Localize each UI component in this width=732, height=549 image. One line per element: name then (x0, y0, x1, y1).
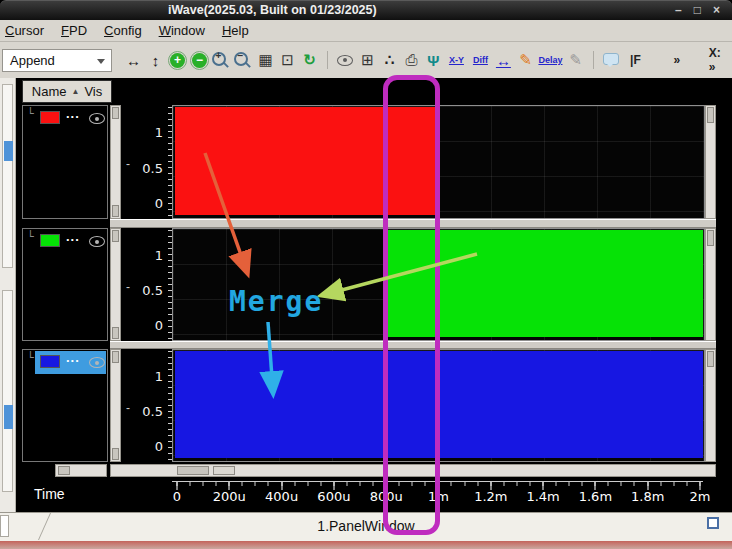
name-vis-header-button[interactable]: Name ▲ Vis (22, 80, 112, 103)
zoom-out-icon[interactable]: − (190, 50, 209, 70)
time-tick-label: 2m (690, 489, 711, 504)
menu-config[interactable]: Config (104, 23, 142, 38)
signal-row[interactable]: └... (22, 105, 108, 219)
fit-vertical-icon[interactable]: ↕ (146, 50, 165, 70)
window-split-icon[interactable]: ⊞ (358, 50, 377, 70)
signal-row[interactable]: └... (22, 349, 108, 462)
background-scrollbar-track[interactable] (2, 84, 13, 268)
stamp-icon[interactable]: ⎙ (402, 50, 421, 70)
plot-v-scrollbar[interactable] (705, 105, 716, 219)
visibility-eye-icon[interactable] (89, 236, 105, 247)
row-v-scrollbar-thumb[interactable] (112, 107, 119, 119)
plot-v-scrollbar[interactable] (705, 349, 716, 462)
row-v-scrollbar-thumb[interactable] (112, 205, 119, 217)
title-bar[interactable]: iWave(2025.03, Built on 01/23/2025) – □ … (0, 0, 732, 20)
name-h-scrollbar[interactable] (55, 464, 107, 477)
y-axis-label: 1 (155, 369, 163, 384)
background-scrollbar-track[interactable] (2, 290, 13, 492)
time-h-scrollbar-thumb[interactable] (213, 466, 235, 475)
row-v-scrollbar-thumb[interactable] (112, 230, 119, 242)
zoom-plus-lens-icon: + (212, 52, 226, 66)
delay-button[interactable]: Delay (538, 50, 563, 70)
x-readout-button[interactable]: X: » (707, 50, 732, 70)
menu-help[interactable]: Help (222, 23, 249, 38)
name-h-scrollbar-thumb[interactable] (58, 466, 70, 475)
y-axis: -10.50 (121, 105, 172, 219)
comment-bubble-icon[interactable] (602, 50, 621, 70)
y-axis-label: 1 (155, 125, 163, 140)
plot-v-scrollbar-thumb[interactable] (707, 230, 714, 246)
signal-row[interactable]: └... (22, 228, 108, 341)
visibility-eye-icon[interactable] (89, 357, 105, 368)
time-tick-label: 1.4m (526, 489, 559, 504)
plot-v-scrollbar[interactable] (705, 228, 716, 341)
minimize-button[interactable]: – (675, 3, 682, 17)
probe-icon[interactable]: Ψ (424, 50, 443, 70)
h-measure-icon[interactable]: ↔ (494, 50, 513, 70)
time-tick-label: 1.2m (474, 489, 507, 504)
overflow-chevrons-button[interactable]: » (665, 50, 688, 70)
menu-window[interactable]: Window (159, 23, 205, 38)
zoom-minus-lens-icon: − (234, 52, 248, 66)
background-scrollbar-thumb[interactable] (4, 141, 13, 161)
zoom-region-icon[interactable]: ⊡ (278, 50, 297, 70)
eye-icon (337, 55, 353, 66)
row-v-scrollbar[interactable] (110, 228, 121, 341)
mode-combobox[interactable]: Append (2, 49, 112, 72)
y-axis: -10.50 (121, 228, 172, 341)
xy-plot-button[interactable]: X-Y (446, 50, 467, 70)
time-h-scrollbar-thumb[interactable] (177, 466, 209, 475)
mode-combobox-value: Append (10, 53, 55, 68)
background-window-edge (0, 78, 16, 512)
vis-column-label: Vis (84, 84, 102, 99)
chevron-down-icon (97, 59, 105, 64)
visibility-eye-icon[interactable] (336, 50, 355, 70)
y-axis-label: 1 (155, 248, 163, 263)
zoom-out-icon: − (192, 53, 207, 68)
row-v-scrollbar-thumb[interactable] (112, 327, 119, 339)
background-scrollbar-thumb[interactable] (4, 405, 13, 429)
toolbar-separator (327, 51, 328, 69)
signal-color-swatch (40, 355, 60, 368)
menu-fpd[interactable]: FPD (61, 23, 87, 38)
fit-horizontal-icon[interactable]: ↔ (124, 50, 143, 70)
time-tick-label: 0 (173, 489, 181, 504)
font-tool-button[interactable]: |F (624, 50, 647, 70)
zoom-in-icon[interactable]: + (168, 50, 187, 70)
tree-branch-icon: └ (27, 230, 34, 243)
time-tick-label: 1.8m (631, 489, 664, 504)
time-tick-label: 1.6m (579, 489, 612, 504)
time-tick-label: 600u (317, 489, 350, 504)
reload-icon[interactable]: ↻ (300, 50, 319, 70)
maximize-button[interactable]: □ (694, 3, 701, 17)
signal-name-label: ... (66, 350, 80, 365)
zoom-plus-lens-icon[interactable]: + (212, 50, 231, 70)
iwave-window: iWave(2025.03, Built on 01/23/2025) – □ … (0, 0, 732, 549)
plot-v-scrollbar-thumb[interactable] (707, 351, 714, 367)
signal-color-swatch (40, 234, 60, 247)
zoom-minus-lens-icon[interactable]: − (234, 50, 253, 70)
y-axis-label: 0.5 (142, 404, 163, 419)
signal-name-label: ... (66, 106, 80, 121)
y-axis-dash: - (126, 280, 130, 294)
row-v-scrollbar-thumb[interactable] (112, 448, 119, 460)
row-v-scrollbar[interactable] (110, 349, 121, 462)
grid-view-icon[interactable]: ▦ (256, 50, 275, 70)
plot-v-scrollbar-thumb[interactable] (707, 107, 714, 123)
panel-window-tab[interactable]: 1.PanelWindow (0, 518, 732, 534)
pencil-icon[interactable]: ✎ (566, 50, 585, 70)
row-v-scrollbar[interactable] (110, 105, 121, 219)
visibility-eye-icon[interactable] (89, 113, 105, 124)
row-v-scrollbar-thumb[interactable] (112, 351, 119, 363)
signature-icon[interactable]: ✎ (516, 50, 535, 70)
zoom-in-icon: + (170, 53, 185, 68)
close-button[interactable]: × (713, 3, 720, 17)
hierarchy-icon[interactable]: ∴ (380, 50, 399, 70)
diff-button[interactable]: Diff (470, 50, 491, 70)
y-axis: -10.50 (121, 349, 172, 462)
signal-name-label: ... (66, 229, 80, 244)
menu-cursor[interactable]: Cursor (5, 23, 44, 38)
panel-window-icon[interactable] (707, 517, 719, 529)
tree-branch-icon: └ (27, 351, 34, 364)
toolbar: Append ↔↕+−+−▦⊡↻⊞∴⎙ΨX-YDiff↔✎Delay✎|F»X:… (0, 42, 732, 78)
